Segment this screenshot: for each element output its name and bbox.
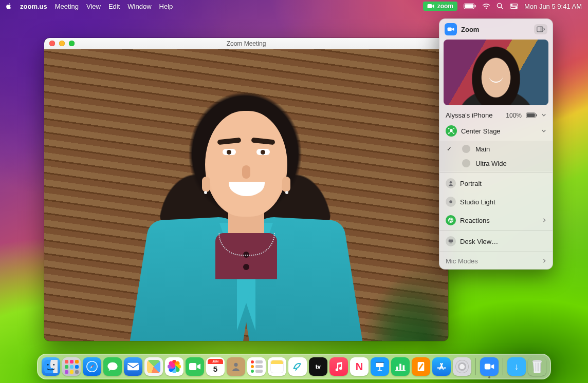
svg-point-18 xyxy=(449,200,452,203)
dock-messages[interactable] xyxy=(103,357,122,376)
dock-separator xyxy=(503,358,503,375)
chevron-right-icon xyxy=(542,217,546,224)
calendar-month: JUN xyxy=(208,359,223,364)
menubar-clock[interactable]: Mon Jun 5 9:41 AM xyxy=(524,3,582,10)
dock-reminders[interactable] xyxy=(247,357,266,376)
svg-point-9 xyxy=(516,7,517,8)
svg-rect-10 xyxy=(448,28,452,31)
svg-rect-39 xyxy=(396,367,398,370)
dock-settings[interactable] xyxy=(453,357,471,376)
collapse-panel-button[interactable] xyxy=(534,24,547,34)
main-video-feed xyxy=(44,49,448,341)
lens-uw-label: Ultra Wide xyxy=(475,160,507,167)
dock-calendar[interactable]: JUN 5 xyxy=(206,357,225,376)
video-control-panel: Zoom Alyssa's iPhone 100% Center Stage xyxy=(439,18,553,270)
dock-contacts[interactable] xyxy=(227,357,245,376)
svg-point-17 xyxy=(450,181,452,183)
mic-modes-row[interactable]: Mic Modes xyxy=(439,253,553,269)
svg-rect-38 xyxy=(377,370,382,371)
chevron-down-icon xyxy=(541,111,546,119)
self-view-thumbnail[interactable] xyxy=(444,40,548,105)
menu-help[interactable]: Help xyxy=(159,3,173,10)
studio-light-icon xyxy=(446,197,456,207)
calendar-day: 5 xyxy=(213,365,217,373)
wifi-status-icon[interactable] xyxy=(482,3,490,9)
svg-point-20 xyxy=(450,219,450,220)
device-battery-pct: 100% xyxy=(506,112,522,119)
zoom-app-icon xyxy=(445,23,457,35)
menu-meeting[interactable]: Meeting xyxy=(55,3,79,10)
menu-view[interactable]: View xyxy=(86,3,101,10)
svg-rect-12 xyxy=(540,27,543,32)
battery-status-icon[interactable] xyxy=(464,3,476,9)
svg-line-5 xyxy=(501,7,503,9)
portrait-row[interactable]: Portrait xyxy=(439,174,553,193)
desk-view-icon xyxy=(446,236,456,246)
svg-rect-36 xyxy=(376,362,384,363)
desk-view-row[interactable]: Desk View… xyxy=(439,232,553,251)
dock-tv[interactable]: ￼tv tv xyxy=(309,357,327,376)
spotlight-icon[interactable] xyxy=(497,3,504,10)
svg-rect-23 xyxy=(449,243,452,243)
control-center-icon[interactable] xyxy=(510,3,518,9)
studio-light-label: Studio Light xyxy=(460,198,495,206)
dock-news[interactable]: N xyxy=(350,357,369,376)
svg-rect-32 xyxy=(189,363,196,370)
dock-launchpad[interactable] xyxy=(62,357,81,376)
dock-pages[interactable] xyxy=(412,357,430,376)
svg-rect-3 xyxy=(475,5,476,8)
svg-point-33 xyxy=(234,363,237,367)
dock-finder[interactable] xyxy=(42,357,60,376)
reactions-row[interactable]: Reactions xyxy=(439,211,553,229)
svg-point-25 xyxy=(47,364,49,366)
window-title: Zoom Meeting xyxy=(44,40,448,47)
menubar: zoom.us Meeting View Edit Window Help zo… xyxy=(0,0,588,12)
dock-freeform[interactable] xyxy=(288,357,307,376)
svg-rect-37 xyxy=(379,367,380,370)
center-stage-icon xyxy=(446,125,457,137)
dock-numbers[interactable] xyxy=(391,357,410,376)
window-titlebar[interactable]: Zoom Meeting xyxy=(44,38,448,49)
portrait-label: Portrait xyxy=(460,180,482,187)
svg-rect-14 xyxy=(527,113,535,117)
dock-music[interactable] xyxy=(329,357,348,376)
dock-facetime[interactable] xyxy=(186,357,204,376)
dock-maps[interactable] xyxy=(144,357,163,376)
menu-edit[interactable]: Edit xyxy=(108,3,120,10)
dock-appstore[interactable] xyxy=(432,357,451,376)
dock-keynote[interactable] xyxy=(371,357,389,376)
lens-main-label: Main xyxy=(475,145,490,153)
camera-status-app: zoom xyxy=(437,3,453,10)
menu-window[interactable]: Window xyxy=(127,3,151,10)
svg-rect-42 xyxy=(395,370,406,371)
camera-status-pill[interactable]: zoom xyxy=(423,2,457,11)
center-stage-row[interactable]: Center Stage xyxy=(439,121,553,141)
apple-menu[interactable] xyxy=(5,3,12,10)
dock-trash[interactable] xyxy=(528,357,546,376)
dock-safari[interactable] xyxy=(83,357,101,376)
svg-rect-0 xyxy=(427,4,432,8)
mic-modes-label: Mic Modes xyxy=(446,257,478,265)
menu-app[interactable]: zoom.us xyxy=(20,3,47,10)
svg-text:tv: tv xyxy=(316,365,321,370)
svg-point-21 xyxy=(451,219,452,220)
device-name: Alyssa's iPhone xyxy=(446,111,492,119)
lens-main-option[interactable]: ✓ Main xyxy=(439,141,553,156)
dock-zoom[interactable] xyxy=(480,357,499,376)
dock-downloads[interactable]: ↓ xyxy=(507,357,526,376)
lens-ultrawide-option[interactable]: ✓ Ultra Wide xyxy=(439,156,553,171)
svg-point-4 xyxy=(497,3,501,7)
dock-photos[interactable] xyxy=(165,357,183,376)
svg-rect-40 xyxy=(399,364,401,371)
device-row[interactable]: Alyssa's iPhone 100% xyxy=(439,109,553,121)
lens-icon xyxy=(462,145,470,153)
svg-rect-41 xyxy=(403,365,405,370)
dock-mail[interactable] xyxy=(124,357,142,376)
svg-rect-15 xyxy=(536,114,537,116)
dock-notes[interactable] xyxy=(268,357,286,376)
studio-light-row[interactable]: Studio Light xyxy=(439,193,553,211)
svg-point-16 xyxy=(450,129,452,131)
reactions-icon xyxy=(446,215,456,225)
svg-point-26 xyxy=(53,364,54,366)
svg-rect-44 xyxy=(485,364,491,370)
